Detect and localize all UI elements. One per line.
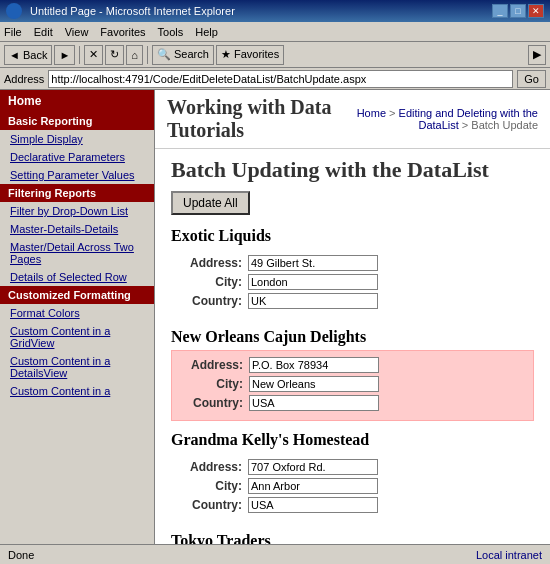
field-row-city-1: City: xyxy=(184,376,521,392)
window-title: Untitled Page - Microsoft Internet Explo… xyxy=(30,5,235,17)
address-label-0: Address: xyxy=(183,256,248,270)
address-input[interactable] xyxy=(48,70,513,88)
field-row-address-1: Address: xyxy=(184,357,521,373)
menu-edit[interactable]: Edit xyxy=(34,26,53,38)
field-row-country-0: Country: xyxy=(183,293,522,309)
site-title: Working with Data Tutorials xyxy=(167,96,333,142)
sidebar: Home Basic Reporting Simple Display Decl… xyxy=(0,90,155,544)
country-label-0: Country: xyxy=(183,294,248,308)
company-section-2: Grandma Kelly's Homestead Address: City:… xyxy=(171,431,534,522)
go-button[interactable]: Go xyxy=(517,70,546,88)
field-row-address-0: Address: xyxy=(183,255,522,271)
menu-bar: File Edit View Favorites Tools Help xyxy=(0,22,550,42)
page-title: Batch Updating with the DataList xyxy=(171,157,534,183)
company-form-2: Address: City: Country: xyxy=(171,453,534,522)
city-label-0: City: xyxy=(183,275,248,289)
main-content: Working with Data Tutorials Home > Editi… xyxy=(155,90,550,544)
field-row-city-2: City: xyxy=(183,478,522,494)
status-text: Done xyxy=(8,549,34,561)
company-form-0: Address: City: Country: xyxy=(171,249,534,318)
sidebar-home[interactable]: Home xyxy=(0,90,154,112)
sidebar-section-basic-reporting[interactable]: Basic Reporting xyxy=(0,112,154,130)
city-label-2: City: xyxy=(183,479,248,493)
menu-tools[interactable]: Tools xyxy=(158,26,184,38)
status-bar: Done Local intranet xyxy=(0,544,550,564)
media-button[interactable]: ▶ xyxy=(528,45,546,65)
field-row-address-2: Address: xyxy=(183,459,522,475)
menu-file[interactable]: File xyxy=(4,26,22,38)
address-input-1[interactable] xyxy=(249,357,379,373)
breadcrumb-sep-2: > xyxy=(462,119,471,131)
country-input-0[interactable] xyxy=(248,293,378,309)
update-all-button[interactable]: Update All xyxy=(171,191,250,215)
menu-favorites[interactable]: Favorites xyxy=(100,26,145,38)
maximize-button[interactable]: □ xyxy=(510,4,526,18)
ie-icon xyxy=(6,3,22,19)
sidebar-item-simple-display[interactable]: Simple Display xyxy=(0,130,154,148)
stop-button[interactable]: ✕ xyxy=(84,45,103,65)
field-row-city-0: City: xyxy=(183,274,522,290)
back-button[interactable]: ◄ Back xyxy=(4,45,52,65)
refresh-button[interactable]: ↻ xyxy=(105,45,124,65)
breadcrumb-sep-1: > xyxy=(389,107,398,119)
address-label-1: Address: xyxy=(184,358,249,372)
address-input-0[interactable] xyxy=(248,255,378,271)
address-label-2: Address: xyxy=(183,460,248,474)
sidebar-item-custom-content-detailsview[interactable]: Custom Content in a DetailsView xyxy=(0,352,154,382)
sidebar-item-custom-content-other[interactable]: Custom Content in a xyxy=(0,382,154,400)
breadcrumb-current: Batch Update xyxy=(471,119,538,131)
company-name-2: Grandma Kelly's Homestead xyxy=(171,431,534,449)
breadcrumb-home[interactable]: Home xyxy=(357,107,386,119)
sidebar-section-customized-formatting[interactable]: Customized Formatting xyxy=(0,286,154,304)
scroll-area: Working with Data Tutorials Home > Editi… xyxy=(155,90,550,544)
address-input-2[interactable] xyxy=(248,459,378,475)
sidebar-section-filtering-reports[interactable]: Filtering Reports xyxy=(0,184,154,202)
menu-view[interactable]: View xyxy=(65,26,89,38)
city-input-2[interactable] xyxy=(248,478,378,494)
address-bar: Address Go xyxy=(0,68,550,90)
company-name-1: New Orleans Cajun Delights xyxy=(171,328,534,346)
sidebar-item-master-detail-across[interactable]: Master/Detail Across Two Pages xyxy=(0,238,154,268)
company-name-3: Tokyo Traders xyxy=(171,532,534,544)
sidebar-item-selected-row[interactable]: Details of Selected Row xyxy=(0,268,154,286)
field-row-country-2: Country: xyxy=(183,497,522,513)
toolbar-separator xyxy=(79,46,80,64)
menu-help[interactable]: Help xyxy=(195,26,218,38)
country-label-1: Country: xyxy=(184,396,249,410)
toolbar-separator-2 xyxy=(147,46,148,64)
toolbar: ◄ Back ► ✕ ↻ ⌂ 🔍 Search ★ Favorites ▶ xyxy=(0,42,550,68)
city-label-1: City: xyxy=(184,377,249,391)
company-section-0: Exotic Liquids Address: City: Country: xyxy=(171,227,534,318)
company-section-1: New Orleans Cajun Delights Address: City… xyxy=(171,328,534,421)
page-content: Home Basic Reporting Simple Display Decl… xyxy=(0,90,550,544)
country-label-2: Country: xyxy=(183,498,248,512)
favorites-button[interactable]: ★ Favorites xyxy=(216,45,284,65)
sidebar-item-setting-parameter-values[interactable]: Setting Parameter Values xyxy=(0,166,154,184)
sidebar-item-filter-dropdown[interactable]: Filter by Drop-Down List xyxy=(0,202,154,220)
sidebar-item-custom-content-gridview[interactable]: Custom Content in a GridView xyxy=(0,322,154,352)
country-input-2[interactable] xyxy=(248,497,378,513)
title-bar: Untitled Page - Microsoft Internet Explo… xyxy=(0,0,550,22)
country-input-1[interactable] xyxy=(249,395,379,411)
content-inner: Batch Updating with the DataList Update … xyxy=(155,149,550,544)
city-input-0[interactable] xyxy=(248,274,378,290)
sidebar-item-declarative-parameters[interactable]: Declarative Parameters xyxy=(0,148,154,166)
window-controls[interactable]: _ □ ✕ xyxy=(492,4,544,18)
sidebar-item-master-details[interactable]: Master-Details-Details xyxy=(0,220,154,238)
search-button[interactable]: 🔍 Search xyxy=(152,45,214,65)
company-section-3: Tokyo Traders Address: City: xyxy=(171,532,534,544)
home-button[interactable]: ⌂ xyxy=(126,45,143,65)
close-button[interactable]: ✕ xyxy=(528,4,544,18)
field-row-country-1: Country: xyxy=(184,395,521,411)
company-form-1: Address: City: Country: xyxy=(171,350,534,421)
page-header: Working with Data Tutorials Home > Editi… xyxy=(155,90,550,149)
city-input-1[interactable] xyxy=(249,376,379,392)
breadcrumb: Home > Editing and Deleting with the Dat… xyxy=(333,107,538,131)
sidebar-item-format-colors[interactable]: Format Colors xyxy=(0,304,154,322)
minimize-button[interactable]: _ xyxy=(492,4,508,18)
forward-button[interactable]: ► xyxy=(54,45,75,65)
company-name-0: Exotic Liquids xyxy=(171,227,534,245)
zone-text: Local intranet xyxy=(476,549,542,561)
address-label: Address xyxy=(4,73,44,85)
title-bar-left: Untitled Page - Microsoft Internet Explo… xyxy=(6,3,235,19)
